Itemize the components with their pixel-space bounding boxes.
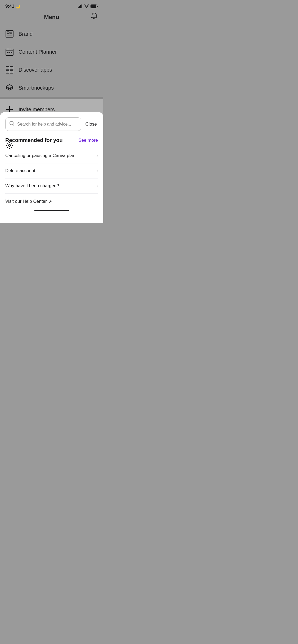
canceling-label: Canceling or pausing a Canva plan [5, 153, 75, 158]
menu-item-brand[interactable]: Brand [0, 25, 103, 43]
svg-rect-21 [10, 70, 13, 73]
smartmockups-label: Smartmockups [19, 85, 54, 91]
svg-rect-7 [7, 32, 9, 34]
brand-label: Brand [19, 31, 33, 37]
status-icons [78, 4, 98, 8]
section-divider [0, 97, 103, 99]
search-input[interactable] [17, 122, 77, 127]
invite-members-label: Invite members [19, 107, 55, 113]
search-bar-row: Close [5, 117, 98, 131]
header: Menu [0, 11, 103, 25]
status-time: 9:41 [5, 4, 14, 9]
gear-icon [5, 141, 14, 150]
svg-rect-2 [80, 5, 81, 8]
svg-point-28 [8, 144, 11, 146]
chevron-right-icon: › [97, 168, 98, 173]
sheet-home-indicator [5, 207, 98, 213]
help-center-label: Visit our Help Center [5, 199, 47, 204]
help-item-canceling[interactable]: Canceling or pausing a Canva plan › [5, 148, 98, 163]
header-title: Menu [44, 14, 59, 21]
search-icon [9, 121, 15, 127]
home-bar [34, 210, 69, 211]
help-center-row[interactable]: Visit our Help Center ↗ [5, 193, 98, 207]
svg-rect-18 [6, 66, 9, 69]
calendar-icon [5, 48, 14, 56]
help-item-delete-account[interactable]: Delete account › [5, 163, 98, 178]
external-link-icon: ↗ [48, 199, 52, 204]
search-input-wrapper[interactable] [5, 117, 81, 131]
delete-account-label: Delete account [5, 168, 35, 173]
svg-rect-19 [10, 66, 13, 69]
layers-icon [5, 84, 14, 92]
notification-bell-icon[interactable] [91, 12, 98, 22]
svg-rect-16 [9, 52, 10, 53]
svg-rect-17 [11, 52, 12, 53]
menu-item-content-planner[interactable]: Content Planner [0, 43, 103, 61]
charged-label: Why have I been charged? [5, 183, 59, 188]
discover-apps-label: Discover apps [19, 67, 52, 73]
svg-rect-1 [79, 6, 80, 8]
svg-rect-15 [7, 52, 8, 53]
battery-icon [91, 4, 98, 8]
menu-section-1: Brand Content Planner Dis [0, 25, 103, 97]
content-planner-label: Content Planner [19, 49, 57, 55]
moon-icon: 🌙 [15, 4, 20, 9]
status-bar: 9:41 🌙 [0, 0, 103, 11]
brand-icon [5, 30, 14, 38]
chevron-right-icon: › [97, 153, 98, 158]
grid-icon [5, 66, 14, 74]
help-bottom-sheet: Close Recommended for you See more Cance… [0, 112, 103, 223]
menu-item-smartmockups[interactable]: Smartmockups [0, 79, 103, 97]
help-item-charged[interactable]: Why have I been charged? › [5, 178, 98, 193]
svg-rect-6 [6, 30, 13, 37]
menu-item-discover-apps[interactable]: Discover apps [0, 61, 103, 79]
wifi-icon [84, 4, 89, 8]
close-button[interactable]: Close [84, 122, 98, 127]
svg-rect-5 [91, 5, 96, 8]
svg-rect-20 [6, 70, 9, 73]
svg-rect-3 [82, 4, 82, 8]
signal-icon [78, 4, 83, 8]
svg-rect-0 [78, 7, 79, 8]
see-more-link[interactable]: See more [78, 138, 98, 143]
svg-line-32 [13, 125, 14, 126]
chevron-right-icon: › [97, 183, 98, 188]
recommended-section-header: Recommended for you See more [5, 137, 98, 143]
recommended-title: Recommended for you [5, 137, 63, 143]
